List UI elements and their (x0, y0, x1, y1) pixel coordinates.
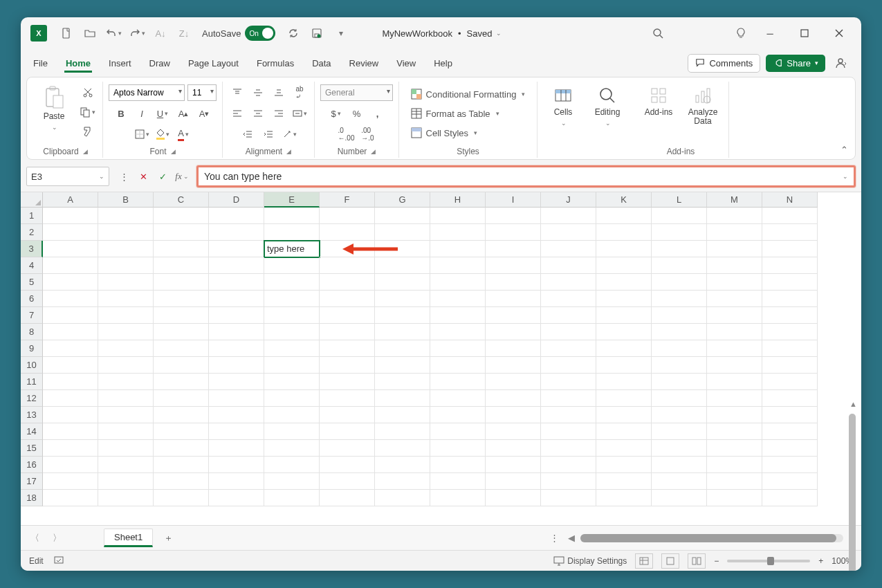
cell[interactable] (707, 473, 762, 490)
undo-button[interactable]: ▾ (104, 24, 123, 43)
fx-button[interactable]: fx⌄ (173, 167, 191, 185)
cell[interactable] (43, 340, 98, 357)
cell[interactable] (707, 324, 762, 340)
cell[interactable] (596, 241, 652, 257)
tab-home[interactable]: Home (64, 54, 92, 73)
cell[interactable] (707, 307, 762, 324)
cell[interactable] (98, 374, 154, 390)
cell[interactable] (98, 357, 154, 374)
column-header[interactable]: C (154, 192, 209, 208)
column-header[interactable]: J (541, 192, 596, 208)
conditional-formatting-button[interactable]: Conditional Formatting▾ (408, 86, 529, 102)
cell[interactable] (320, 374, 375, 390)
cell[interactable] (541, 257, 596, 274)
cell[interactable] (486, 224, 541, 241)
cell[interactable] (596, 257, 652, 274)
confirm-edit-button[interactable]: ✓ (154, 167, 172, 185)
cell[interactable] (43, 241, 98, 257)
cell[interactable] (430, 307, 486, 324)
sync-icon[interactable] (284, 24, 303, 43)
cell[interactable] (430, 357, 486, 374)
cell[interactable] (209, 407, 264, 423)
addins-button[interactable]: Add-ins (638, 84, 679, 117)
cell[interactable] (98, 274, 154, 291)
italic-button[interactable]: I (133, 105, 151, 122)
cell[interactable] (486, 340, 541, 357)
cell[interactable] (652, 241, 707, 257)
cell[interactable] (375, 457, 430, 473)
cell[interactable] (98, 490, 154, 506)
column-header[interactable]: M (707, 192, 762, 208)
cell[interactable] (652, 457, 707, 473)
cell[interactable] (209, 440, 264, 457)
cell[interactable] (652, 340, 707, 357)
font-name-select[interactable] (109, 84, 185, 101)
cell[interactable] (209, 241, 264, 257)
cell[interactable] (375, 257, 430, 274)
tab-file[interactable]: File (32, 54, 49, 73)
lightbulb-icon[interactable] (731, 24, 751, 43)
column-header[interactable]: B (98, 192, 154, 208)
cell[interactable] (762, 473, 818, 490)
cell[interactable] (596, 490, 652, 506)
cell[interactable] (98, 307, 154, 324)
cell[interactable] (596, 423, 652, 440)
cell[interactable] (541, 224, 596, 241)
open-file-icon[interactable] (80, 24, 100, 43)
cell[interactable] (264, 457, 320, 473)
cell[interactable] (154, 390, 209, 407)
cell[interactable] (98, 440, 154, 457)
cell[interactable] (652, 208, 707, 224)
cell[interactable] (541, 440, 596, 457)
collab-icon[interactable] (831, 53, 850, 73)
minimize-button[interactable]: ─ (755, 22, 785, 44)
cell[interactable] (652, 407, 707, 423)
cell[interactable] (541, 274, 596, 291)
cell[interactable] (320, 257, 375, 274)
column-header[interactable]: F (320, 192, 375, 208)
cell[interactable] (264, 423, 320, 440)
decrease-decimal-button[interactable]: .00→.0 (358, 126, 376, 143)
cell[interactable] (320, 457, 375, 473)
cell[interactable] (320, 440, 375, 457)
cell[interactable] (154, 374, 209, 390)
cell[interactable] (209, 257, 264, 274)
redo-button[interactable]: ▾ (127, 24, 147, 43)
row-header[interactable]: 15 (21, 440, 43, 457)
cell[interactable] (209, 208, 264, 224)
cell[interactable] (541, 307, 596, 324)
cell[interactable] (43, 307, 98, 324)
cell[interactable] (486, 357, 541, 374)
cell[interactable] (486, 490, 541, 506)
cell[interactable] (320, 473, 375, 490)
cell[interactable] (320, 224, 375, 241)
wrap-text-button[interactable]: ab⤶ (291, 84, 309, 101)
cell[interactable] (154, 440, 209, 457)
cell[interactable] (320, 407, 375, 423)
analyze-data-button[interactable]: Analyze Data (683, 84, 723, 126)
new-file-icon[interactable] (57, 24, 76, 43)
increase-font-button[interactable]: A▴ (174, 105, 192, 122)
orientation-button[interactable]: ▾ (280, 126, 298, 143)
qat-overflow-icon[interactable]: ▾ (331, 24, 350, 43)
cell[interactable] (430, 241, 486, 257)
tab-page-layout[interactable]: Page Layout (187, 54, 240, 73)
cell[interactable] (430, 340, 486, 357)
zoom-out-button[interactable]: − (714, 556, 719, 566)
cell[interactable] (541, 208, 596, 224)
format-painter-button[interactable] (79, 123, 97, 140)
cell[interactable] (209, 274, 264, 291)
cell[interactable] (264, 490, 320, 506)
accessibility-icon[interactable] (53, 554, 64, 567)
cell[interactable] (98, 291, 154, 307)
cell[interactable] (652, 357, 707, 374)
column-header[interactable]: I (486, 192, 541, 208)
cell[interactable]: type here (264, 241, 320, 257)
normal-view-button[interactable] (635, 553, 653, 569)
increase-decimal-button[interactable]: .0←.00 (337, 126, 356, 143)
cell[interactable] (430, 257, 486, 274)
cell[interactable] (596, 307, 652, 324)
cell[interactable] (98, 340, 154, 357)
editing-button[interactable]: Editing⌄ (587, 84, 627, 127)
cell[interactable] (486, 407, 541, 423)
